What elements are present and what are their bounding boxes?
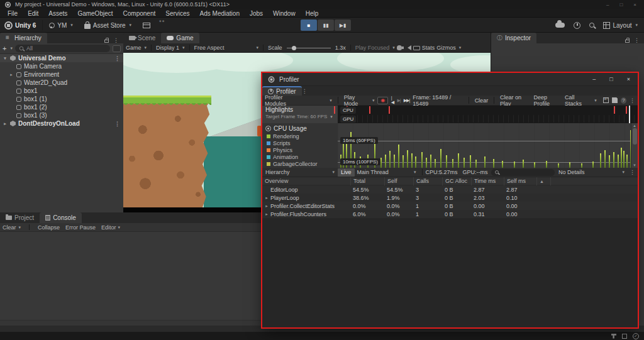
mute-audio-icon[interactable] <box>408 45 411 50</box>
kebab-menu-icon[interactable]: ⋮ <box>114 121 120 127</box>
os-close-button[interactable]: × <box>630 2 640 8</box>
table-row[interactable]: ▸PlayerLoop 38.6% 1.9% 3 0 B 2.03 0.10 <box>262 194 638 202</box>
column-calls[interactable]: Calls <box>413 177 442 185</box>
foldout-icon[interactable]: ▸ <box>264 204 269 209</box>
live-toggle[interactable]: Live <box>338 168 355 177</box>
kebab-menu-icon[interactable]: ⋮ <box>114 55 120 62</box>
undo-history-button[interactable] <box>143 23 150 28</box>
table-row[interactable]: ▸Profiler.FlushCounters 6.0% 0.0% 1 0 B … <box>262 210 638 218</box>
maximize-button[interactable]: □ <box>609 76 613 82</box>
column-self[interactable]: Self <box>384 177 413 185</box>
cpu-usage-chart[interactable]: 16ms (60FPS) 10ms (100FPS) ▲ ▼ <box>338 123 638 168</box>
table-row[interactable]: EditorLoop 54.5% 54.5% 3 0 B 2.87 2.87 <box>262 185 638 194</box>
foldout-icon[interactable]: ▸ <box>264 195 269 200</box>
kebab-menu-icon[interactable]: ⋮ <box>634 37 640 43</box>
menu-jobs[interactable]: Jobs <box>245 10 268 17</box>
menu-gameobject[interactable]: GameObject <box>72 10 118 17</box>
display-dropdown[interactable]: Display 1 <box>156 45 179 51</box>
highlights-chart[interactable]: CPU GPU <box>338 106 638 123</box>
clear-on-play-toggle[interactable]: Clear on Play <box>500 94 530 107</box>
gizmos-dropdown[interactable]: Gizmos <box>436 45 456 51</box>
play-stop-button[interactable]: ■ <box>301 19 317 31</box>
target-frame-time-dropdown[interactable]: Target Frame Time: 60 FPS <box>265 114 327 119</box>
tree-row[interactable]: box1 (3) <box>0 111 123 119</box>
menu-services[interactable]: Services <box>160 10 194 17</box>
aspect-dropdown[interactable]: Free Aspect <box>194 45 225 51</box>
legend-animation[interactable]: Animation <box>265 153 335 160</box>
lock-icon[interactable] <box>104 40 109 43</box>
tree-row[interactable]: Water2D_Quad <box>0 79 123 87</box>
legend-physics[interactable]: Physics <box>265 146 335 153</box>
history-icon[interactable] <box>574 22 580 29</box>
game-mode-dropdown[interactable]: Game <box>126 45 142 51</box>
column-overview[interactable]: Overview <box>262 177 350 185</box>
previous-frame-button[interactable]: |◀ <box>391 96 394 105</box>
pause-button[interactable]: ▮▮ <box>318 19 334 31</box>
profiler-modules-dropdown[interactable]: Profiler Modules <box>265 94 301 107</box>
clear-button[interactable]: Clear <box>3 224 16 231</box>
play-mode-dropdown[interactable]: Play Mode <box>344 94 368 107</box>
tree-row-dontdestroy[interactable]: ▸ DontDestroyOnLoad ⋮ <box>0 119 123 128</box>
hierarchy-search-input[interactable]: All <box>15 45 110 52</box>
highlights-module-header[interactable]: Highlights Target Frame Time: 60 FPS ▾ <box>262 106 338 123</box>
kebab-menu-icon[interactable]: ⋮ <box>630 169 635 175</box>
asset-store-dropdown[interactable]: Asset Store ▾ <box>84 22 131 29</box>
tab-scene[interactable]: Scene <box>123 33 161 43</box>
editor-dropdown[interactable]: Editor <box>101 224 116 231</box>
create-button[interactable]: + <box>3 45 6 52</box>
vsync-icon[interactable] <box>413 46 420 50</box>
stats-button[interactable]: Stats <box>422 45 435 51</box>
details-search-input[interactable] <box>491 169 555 176</box>
thread-dropdown[interactable]: Main Thread <box>357 169 389 175</box>
layout-dropdown[interactable]: Layout ▾ <box>603 22 638 29</box>
kebab-menu-icon[interactable]: ⋮ <box>630 97 635 104</box>
os-maximize-button[interactable]: □ <box>616 2 626 8</box>
tab-console[interactable]: Console <box>40 212 82 223</box>
save-profile-icon[interactable] <box>612 97 618 103</box>
error-pause-toggle[interactable]: Error Pause <box>65 224 96 231</box>
menu-window[interactable]: Window <box>268 10 301 17</box>
menu-component[interactable]: Component <box>118 10 161 17</box>
legend-garbagecollector[interactable]: GarbageCollector <box>265 160 335 167</box>
step-button[interactable]: ▶▮ <box>335 19 351 31</box>
scene-visibility-button[interactable] <box>113 45 121 52</box>
sort-asc-icon[interactable]: ▲ <box>536 177 550 185</box>
profiler-title-bar[interactable]: Profiler – □ × <box>262 73 638 86</box>
column-total[interactable]: Total <box>350 177 384 185</box>
details-pane-dropdown[interactable]: No Details <box>558 169 585 175</box>
column-time-ms[interactable]: Time ms <box>471 177 504 185</box>
column-self-ms[interactable]: Self ms <box>504 177 536 185</box>
foldout-icon[interactable]: ▸ <box>264 212 269 217</box>
foldout-open-icon[interactable]: ▾ <box>3 56 8 61</box>
tab-game[interactable]: Game <box>161 33 199 43</box>
collapse-toggle[interactable]: Collapse <box>38 224 60 231</box>
load-profile-icon[interactable] <box>603 97 609 103</box>
current-frame-button[interactable]: ▶▶| <box>404 98 410 103</box>
details-view-dropdown[interactable]: Hierarchy ▾ <box>262 169 338 175</box>
table-row[interactable]: ▸Profiler.CollectEditorStats 0.0% 0.0% 1… <box>262 202 638 210</box>
help-icon[interactable]: ? <box>621 97 626 104</box>
os-minimize-button[interactable]: – <box>602 2 613 8</box>
menu-help[interactable]: Help <box>301 10 324 17</box>
multiplayer-button[interactable] <box>159 23 167 28</box>
foldout-closed-icon[interactable]: ▸ <box>3 121 8 126</box>
cache-status-icon[interactable] <box>622 334 627 339</box>
tab-hierarchy[interactable]: Hierarchy <box>0 33 47 43</box>
kebab-menu-icon[interactable]: ⋮ <box>113 37 119 43</box>
tree-row[interactable]: box1 (1) <box>0 95 123 103</box>
tab-project[interactable]: Project <box>0 212 40 223</box>
legend-rendering[interactable]: Rendering <box>265 133 335 140</box>
tree-row[interactable]: box1 (2) <box>0 103 123 111</box>
build-status-icon[interactable] <box>611 334 616 339</box>
call-stacks-dropdown[interactable]: Call Stacks <box>565 94 590 107</box>
cloud-icon[interactable] <box>555 23 565 28</box>
menu-ads-mediation[interactable]: Ads Mediation <box>195 10 245 17</box>
tree-row[interactable]: ▸ Environment <box>0 70 123 79</box>
foldout-closed-icon[interactable]: ▸ <box>9 72 14 77</box>
highlights-gpu-track[interactable]: GPU <box>338 114 638 123</box>
clear-button[interactable]: Clear <box>475 97 489 104</box>
scrollbar-thumb[interactable] <box>633 128 637 145</box>
search-icon[interactable] <box>589 23 594 28</box>
scale-slider[interactable] <box>287 48 331 48</box>
record-button[interactable]: ◉ <box>377 97 387 104</box>
